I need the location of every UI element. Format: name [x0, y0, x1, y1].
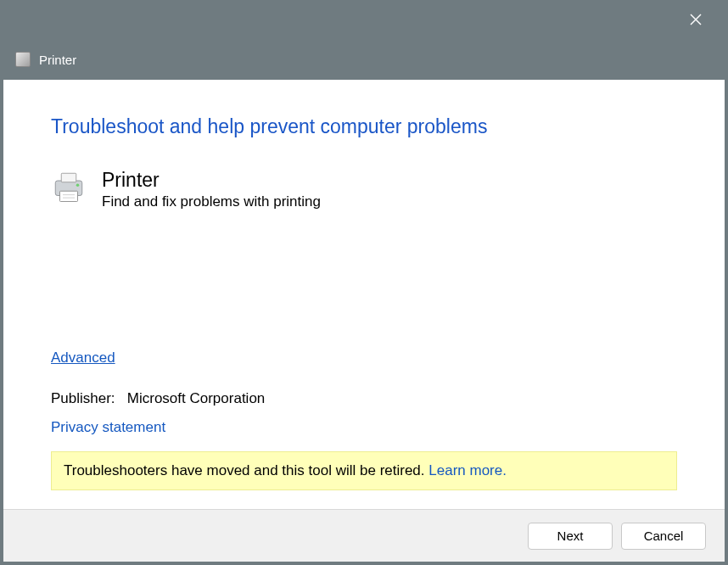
troubleshooter-header: Printer Find and fix problems with print…: [51, 169, 677, 210]
content-area: Troubleshoot and help prevent computer p…: [3, 80, 725, 509]
close-icon: [689, 13, 703, 26]
subtitlebar: Printer: [0, 39, 728, 80]
close-button[interactable]: [679, 3, 713, 36]
privacy-statement-link[interactable]: Privacy statement: [51, 419, 165, 436]
window-title: Printer: [39, 53, 76, 67]
publisher-label: Publisher:: [51, 390, 115, 406]
svg-rect-4: [60, 191, 78, 201]
printer-icon: [51, 169, 87, 204]
troubleshooter-description: Find and fix problems with printing: [102, 193, 321, 210]
printer-small-icon: [15, 52, 31, 67]
publisher-value: Microsoft Corporation: [127, 390, 266, 406]
next-button[interactable]: Next: [528, 523, 613, 550]
svg-point-5: [76, 184, 80, 187]
learn-more-link[interactable]: Learn more.: [428, 462, 507, 478]
button-bar: Next Cancel: [3, 509, 725, 562]
troubleshooter-title: Printer: [102, 169, 321, 192]
advanced-link[interactable]: Advanced: [51, 350, 115, 366]
svg-rect-3: [61, 173, 76, 182]
banner-text: Troubleshooters have moved and this tool…: [64, 462, 428, 478]
retirement-banner: Troubleshooters have moved and this tool…: [51, 451, 677, 490]
page-title: Troubleshoot and help prevent computer p…: [51, 115, 677, 138]
publisher-row: Publisher: Microsoft Corporation: [51, 390, 677, 407]
titlebar: [0, 0, 728, 39]
cancel-button[interactable]: Cancel: [621, 523, 706, 550]
